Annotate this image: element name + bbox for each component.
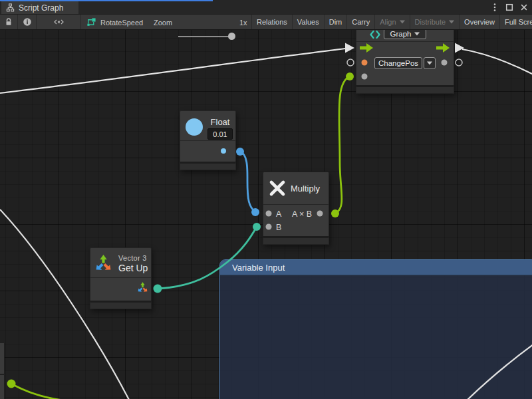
lock-button[interactable]: [0, 15, 18, 29]
node-multiply[interactable]: Multiply A A × B B: [263, 172, 329, 245]
node-footer: [356, 85, 454, 94]
maximize-icon[interactable]: [504, 2, 515, 13]
node-vector3-get-up[interactable]: Vector 3 Get Up: [90, 247, 152, 309]
graph-reference[interactable]: RotateSpeed: [100, 19, 143, 27]
title-bar: Script Graph: [0, 0, 532, 14]
node-footer: [90, 301, 152, 309]
port-label-out: A × B: [289, 209, 315, 219]
set-variable-kind-icon: [370, 29, 380, 40]
script-graph-icon: [86, 17, 96, 27]
zoom-slider[interactable]: [178, 36, 234, 37]
port-label-b: B: [276, 223, 281, 232]
node-footer: [263, 236, 329, 245]
code-preview-button[interactable]: [37, 15, 81, 29]
tab-title: Script Graph: [19, 3, 63, 13]
info-icon: [23, 17, 32, 27]
variable-kind-dropdown[interactable]: Graph: [384, 29, 426, 39]
float-icon: [186, 118, 203, 136]
group-variable-input[interactable]: Variable Input: [219, 259, 532, 399]
carry-button[interactable]: Carry: [346, 15, 374, 29]
offscreen-node-partial[interactable]: [0, 343, 5, 374]
group-header[interactable]: Variable Input: [220, 260, 532, 275]
variable-name-value: ChangePos: [378, 59, 418, 67]
node-set-variable[interactable]: Graph ChangePos: [356, 21, 454, 94]
graph-toolbar: RotateSpeed Zoom 1x Relations Values Dim…: [0, 14, 532, 30]
node-vector3-title: Get Up: [118, 263, 148, 273]
inspect-button[interactable]: [18, 15, 37, 29]
chevron-down-icon: [400, 20, 405, 24]
group-title: Variable Input: [232, 263, 285, 273]
window-menu-icon[interactable]: [489, 2, 500, 13]
close-icon[interactable]: [519, 2, 529, 13]
node-float[interactable]: Float 0.01: [180, 110, 236, 170]
zoom-label: Zoom: [154, 19, 172, 27]
port-label-a: A: [276, 209, 281, 219]
float-value: 0.01: [213, 130, 227, 138]
node-vector3-type: Vector 3: [118, 254, 147, 262]
node-multiply-title: Multiply: [291, 184, 320, 194]
float-value-input[interactable]: 0.01: [207, 128, 233, 140]
align-dropdown[interactable]: Align: [374, 15, 409, 29]
variable-kind-value: Graph: [390, 30, 412, 38]
variable-name-picker-button[interactable]: [424, 57, 436, 69]
tab-script-graph[interactable]: Script Graph: [1, 1, 78, 14]
node-footer: [180, 162, 236, 170]
multiply-icon: [269, 180, 286, 197]
dim-button[interactable]: Dim: [324, 15, 347, 29]
distribute-dropdown[interactable]: Distribute: [410, 15, 459, 29]
chevron-down-icon: [414, 32, 420, 36]
fullscreen-button[interactable]: Full Screen: [499, 15, 532, 29]
values-button[interactable]: Values: [292, 15, 324, 29]
overview-button[interactable]: Overview: [459, 15, 499, 29]
node-float-title: Float: [207, 117, 233, 127]
chevron-down-icon: [449, 20, 454, 24]
vector3-output-port[interactable]: [137, 281, 148, 293]
variable-name-field[interactable]: ChangePos: [374, 57, 422, 69]
script-graph-tab-icon: [6, 3, 15, 12]
zoom-level: 1x: [239, 19, 247, 27]
lock-icon: [4, 17, 13, 27]
zoom-slider-handle[interactable]: [228, 33, 235, 40]
relations-button[interactable]: Relations: [251, 15, 292, 29]
angle-brackets-x-icon: [53, 17, 65, 27]
chevron-down-icon: [427, 61, 432, 65]
offscreen-node-partial[interactable]: [0, 375, 5, 399]
vector3-icon: [94, 253, 112, 271]
